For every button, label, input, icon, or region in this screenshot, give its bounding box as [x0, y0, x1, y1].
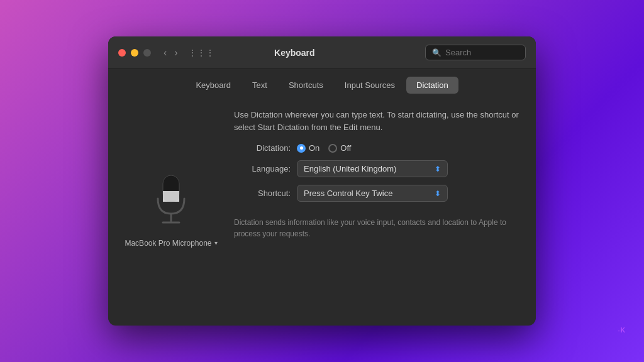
microphone-icon: [149, 172, 193, 229]
left-panel: MacBook Pro Microphone ▾: [121, 106, 221, 313]
chevron-down-icon: ▾: [214, 239, 218, 246]
dictation-off-option[interactable]: Off: [328, 143, 351, 153]
description-text: Use Dictation wherever you can type text…: [234, 109, 523, 133]
tab-text[interactable]: Text: [242, 77, 277, 94]
dictation-on-option[interactable]: On: [297, 143, 319, 153]
dictation-on-radio[interactable]: [297, 144, 306, 153]
dropdown-arrow-icon: ⬍: [435, 165, 441, 173]
traffic-lights: [118, 49, 151, 57]
search-input[interactable]: [445, 48, 521, 57]
main-content: MacBook Pro Microphone ▾ Use Dictation w…: [108, 100, 536, 326]
shortcut-dropdown-arrow-icon: ⬍: [435, 189, 441, 198]
dictation-label: Dictation:: [234, 143, 291, 153]
dictation-off-radio[interactable]: [328, 144, 337, 153]
shortcut-label: Shortcut:: [234, 189, 291, 198]
tab-dictation[interactable]: Dictation: [406, 77, 458, 94]
language-value: English (United Kingdom): [304, 164, 396, 173]
language-dropdown[interactable]: English (United Kingdom) ⬍: [297, 160, 448, 177]
dictation-setting-row: Dictation: On Off: [234, 143, 523, 153]
right-panel: Use Dictation wherever you can type text…: [234, 106, 523, 313]
close-button[interactable]: [118, 49, 126, 57]
titlebar: ‹ › ⋮⋮⋮ Keyboard 🔍: [108, 36, 536, 69]
microphone-container: MacBook Pro Microphone ▾: [125, 172, 217, 248]
maximize-button[interactable]: [143, 49, 151, 57]
tab-shortcuts[interactable]: Shortcuts: [279, 77, 333, 94]
language-label: Language:: [234, 164, 291, 173]
language-setting-row: Language: English (United Kingdom) ⬍: [234, 160, 523, 177]
tab-keyboard[interactable]: Keyboard: [186, 77, 241, 94]
watermark: ··K: [618, 323, 625, 343]
dictation-off-label: Off: [340, 143, 351, 153]
watermark-letter: K: [621, 327, 625, 334]
keyboard-window: ‹ › ⋮⋮⋮ Keyboard 🔍 Keyboard Text Shortcu…: [108, 36, 536, 326]
shortcut-dropdown[interactable]: Press Control Key Twice ⬍: [297, 185, 448, 202]
dictation-on-label: On: [309, 143, 319, 153]
minimize-button[interactable]: [131, 49, 138, 57]
tabbar: Keyboard Text Shortcuts Input Sources Di…: [108, 69, 536, 100]
window-title: Keyboard: [164, 48, 425, 58]
privacy-text: Dictation sends information like your vo…: [234, 217, 523, 239]
tab-input-sources[interactable]: Input Sources: [335, 77, 405, 94]
dictation-radio-group: On Off: [297, 143, 351, 153]
search-box[interactable]: 🔍: [425, 45, 526, 60]
shortcut-setting-row: Shortcut: Press Control Key Twice ⬍: [234, 185, 523, 202]
search-icon: 🔍: [432, 48, 441, 57]
microphone-label[interactable]: MacBook Pro Microphone ▾: [125, 239, 217, 248]
shortcut-value: Press Control Key Twice: [304, 189, 392, 198]
settings-grid: Dictation: On Off Language:: [234, 143, 523, 202]
